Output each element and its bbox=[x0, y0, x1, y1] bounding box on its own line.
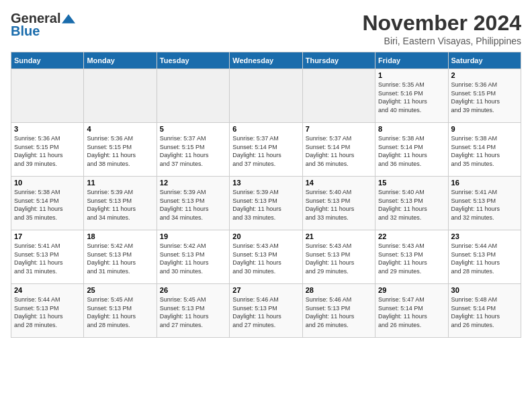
day-number: 22 bbox=[378, 232, 445, 240]
day-info: Sunrise: 5:38 AMSunset: 5:14 PMDaylight:… bbox=[451, 134, 518, 168]
day-info: Sunrise: 5:37 AMSunset: 5:14 PMDaylight:… bbox=[232, 134, 299, 168]
logo-icon bbox=[62, 14, 75, 24]
day-number: 17 bbox=[14, 232, 81, 240]
calendar-cell: 21Sunrise: 5:43 AMSunset: 5:13 PMDayligh… bbox=[302, 230, 375, 284]
calendar-cell: 24Sunrise: 5:44 AMSunset: 5:13 PMDayligh… bbox=[11, 284, 84, 338]
day-info: Sunrise: 5:36 AMSunset: 5:15 PMDaylight:… bbox=[87, 134, 153, 168]
day-info: Sunrise: 5:48 AMSunset: 5:14 PMDaylight:… bbox=[451, 295, 518, 329]
calendar-cell: 12Sunrise: 5:39 AMSunset: 5:13 PMDayligh… bbox=[157, 177, 229, 230]
day-number: 4 bbox=[87, 125, 153, 133]
day-number: 25 bbox=[87, 286, 153, 294]
day-number: 9 bbox=[451, 125, 518, 133]
day-number: 5 bbox=[160, 125, 226, 133]
calendar-cell bbox=[302, 69, 375, 123]
day-number: 21 bbox=[306, 232, 372, 240]
day-number: 8 bbox=[378, 125, 445, 133]
day-info: Sunrise: 5:43 AMSunset: 5:13 PMDaylight:… bbox=[378, 242, 445, 275]
day-number: 16 bbox=[451, 179, 518, 187]
svg-marker-0 bbox=[62, 14, 75, 23]
logo: General Blue bbox=[11, 11, 75, 39]
day-number: 27 bbox=[232, 286, 299, 294]
calendar-cell: 11Sunrise: 5:39 AMSunset: 5:13 PMDayligh… bbox=[84, 177, 157, 230]
week-row-3: 10Sunrise: 5:38 AMSunset: 5:14 PMDayligh… bbox=[11, 177, 521, 230]
weekday-header-row: SundayMondayTuesdayWednesdayThursdayFrid… bbox=[11, 52, 521, 69]
calendar-cell bbox=[11, 69, 84, 123]
week-row-1: 1Sunrise: 5:35 AMSunset: 5:16 PMDaylight… bbox=[11, 69, 521, 123]
day-info: Sunrise: 5:40 AMSunset: 5:13 PMDaylight:… bbox=[306, 188, 372, 222]
calendar-cell: 7Sunrise: 5:37 AMSunset: 5:14 PMDaylight… bbox=[302, 123, 375, 177]
day-number: 29 bbox=[378, 286, 445, 294]
calendar-cell: 8Sunrise: 5:38 AMSunset: 5:14 PMDaylight… bbox=[375, 123, 448, 177]
weekday-header-wednesday: Wednesday bbox=[230, 52, 302, 69]
day-info: Sunrise: 5:39 AMSunset: 5:13 PMDaylight:… bbox=[87, 188, 153, 222]
calendar-cell: 3Sunrise: 5:36 AMSunset: 5:15 PMDaylight… bbox=[11, 123, 84, 177]
location: Biri, Eastern Visayas, Philippines bbox=[362, 36, 521, 46]
calendar-cell bbox=[157, 69, 229, 123]
calendar-cell: 1Sunrise: 5:35 AMSunset: 5:16 PMDaylight… bbox=[375, 69, 448, 123]
day-info: Sunrise: 5:40 AMSunset: 5:13 PMDaylight:… bbox=[378, 188, 445, 222]
calendar-cell: 30Sunrise: 5:48 AMSunset: 5:14 PMDayligh… bbox=[448, 284, 521, 338]
day-info: Sunrise: 5:44 AMSunset: 5:13 PMDaylight:… bbox=[451, 242, 518, 275]
day-info: Sunrise: 5:43 AMSunset: 5:13 PMDaylight:… bbox=[232, 242, 299, 275]
calendar-cell: 29Sunrise: 5:47 AMSunset: 5:14 PMDayligh… bbox=[375, 284, 448, 338]
calendar-body: 1Sunrise: 5:35 AMSunset: 5:16 PMDaylight… bbox=[11, 69, 521, 338]
day-info: Sunrise: 5:38 AMSunset: 5:14 PMDaylight:… bbox=[378, 134, 445, 168]
calendar-cell: 9Sunrise: 5:38 AMSunset: 5:14 PMDaylight… bbox=[448, 123, 521, 177]
day-info: Sunrise: 5:46 AMSunset: 5:13 PMDaylight:… bbox=[232, 295, 299, 329]
day-number: 3 bbox=[14, 125, 81, 133]
calendar-cell: 28Sunrise: 5:46 AMSunset: 5:13 PMDayligh… bbox=[302, 284, 375, 338]
day-number: 18 bbox=[87, 232, 153, 240]
calendar-table: SundayMondayTuesdayWednesdayThursdayFrid… bbox=[11, 52, 521, 338]
weekday-header-saturday: Saturday bbox=[448, 52, 521, 69]
calendar-cell: 19Sunrise: 5:42 AMSunset: 5:13 PMDayligh… bbox=[157, 230, 229, 284]
weekday-header-sunday: Sunday bbox=[11, 52, 84, 69]
calendar-cell: 14Sunrise: 5:40 AMSunset: 5:13 PMDayligh… bbox=[302, 177, 375, 230]
day-number: 14 bbox=[306, 179, 372, 187]
day-info: Sunrise: 5:44 AMSunset: 5:13 PMDaylight:… bbox=[14, 295, 81, 329]
calendar-cell: 23Sunrise: 5:44 AMSunset: 5:13 PMDayligh… bbox=[448, 230, 521, 284]
week-row-2: 3Sunrise: 5:36 AMSunset: 5:15 PMDaylight… bbox=[11, 123, 521, 177]
day-number: 26 bbox=[160, 286, 226, 294]
day-number: 23 bbox=[451, 232, 518, 240]
calendar-cell: 20Sunrise: 5:43 AMSunset: 5:13 PMDayligh… bbox=[230, 230, 302, 284]
calendar-cell: 10Sunrise: 5:38 AMSunset: 5:14 PMDayligh… bbox=[11, 177, 84, 230]
calendar-cell: 13Sunrise: 5:39 AMSunset: 5:13 PMDayligh… bbox=[230, 177, 302, 230]
day-info: Sunrise: 5:36 AMSunset: 5:15 PMDaylight:… bbox=[14, 134, 81, 168]
day-number: 30 bbox=[451, 286, 518, 294]
day-info: Sunrise: 5:45 AMSunset: 5:13 PMDaylight:… bbox=[87, 295, 153, 329]
day-number: 13 bbox=[232, 179, 299, 187]
day-number: 28 bbox=[306, 286, 372, 294]
calendar-cell: 25Sunrise: 5:45 AMSunset: 5:13 PMDayligh… bbox=[84, 284, 157, 338]
day-info: Sunrise: 5:42 AMSunset: 5:13 PMDaylight:… bbox=[87, 242, 153, 275]
calendar-cell: 17Sunrise: 5:41 AMSunset: 5:13 PMDayligh… bbox=[11, 230, 84, 284]
calendar-cell: 5Sunrise: 5:37 AMSunset: 5:15 PMDaylight… bbox=[157, 123, 229, 177]
day-info: Sunrise: 5:41 AMSunset: 5:13 PMDaylight:… bbox=[451, 188, 518, 222]
day-number: 6 bbox=[232, 125, 299, 133]
day-info: Sunrise: 5:46 AMSunset: 5:13 PMDaylight:… bbox=[306, 295, 372, 329]
logo-blue: Blue bbox=[11, 24, 40, 39]
day-info: Sunrise: 5:41 AMSunset: 5:13 PMDaylight:… bbox=[14, 242, 81, 275]
day-number: 10 bbox=[14, 179, 81, 187]
day-number: 2 bbox=[451, 71, 518, 79]
day-number: 7 bbox=[306, 125, 372, 133]
calendar-cell: 22Sunrise: 5:43 AMSunset: 5:13 PMDayligh… bbox=[375, 230, 448, 284]
calendar-cell: 2Sunrise: 5:36 AMSunset: 5:15 PMDaylight… bbox=[448, 69, 521, 123]
calendar-cell: 27Sunrise: 5:46 AMSunset: 5:13 PMDayligh… bbox=[230, 284, 302, 338]
day-info: Sunrise: 5:43 AMSunset: 5:13 PMDaylight:… bbox=[306, 242, 372, 275]
day-number: 11 bbox=[87, 179, 153, 187]
day-info: Sunrise: 5:37 AMSunset: 5:14 PMDaylight:… bbox=[306, 134, 372, 168]
day-info: Sunrise: 5:36 AMSunset: 5:15 PMDaylight:… bbox=[451, 81, 518, 114]
day-info: Sunrise: 5:39 AMSunset: 5:13 PMDaylight:… bbox=[232, 188, 299, 222]
day-number: 15 bbox=[378, 179, 445, 187]
day-info: Sunrise: 5:38 AMSunset: 5:14 PMDaylight:… bbox=[14, 188, 81, 222]
day-info: Sunrise: 5:35 AMSunset: 5:16 PMDaylight:… bbox=[378, 81, 445, 114]
day-number: 12 bbox=[160, 179, 226, 187]
calendar-cell: 26Sunrise: 5:45 AMSunset: 5:13 PMDayligh… bbox=[157, 284, 229, 338]
week-row-4: 17Sunrise: 5:41 AMSunset: 5:13 PMDayligh… bbox=[11, 230, 521, 284]
weekday-header-friday: Friday bbox=[375, 52, 448, 69]
day-number: 20 bbox=[232, 232, 299, 240]
calendar-cell: 15Sunrise: 5:40 AMSunset: 5:13 PMDayligh… bbox=[375, 177, 448, 230]
calendar-cell bbox=[84, 69, 157, 123]
calendar-cell: 18Sunrise: 5:42 AMSunset: 5:13 PMDayligh… bbox=[84, 230, 157, 284]
day-number: 19 bbox=[160, 232, 226, 240]
